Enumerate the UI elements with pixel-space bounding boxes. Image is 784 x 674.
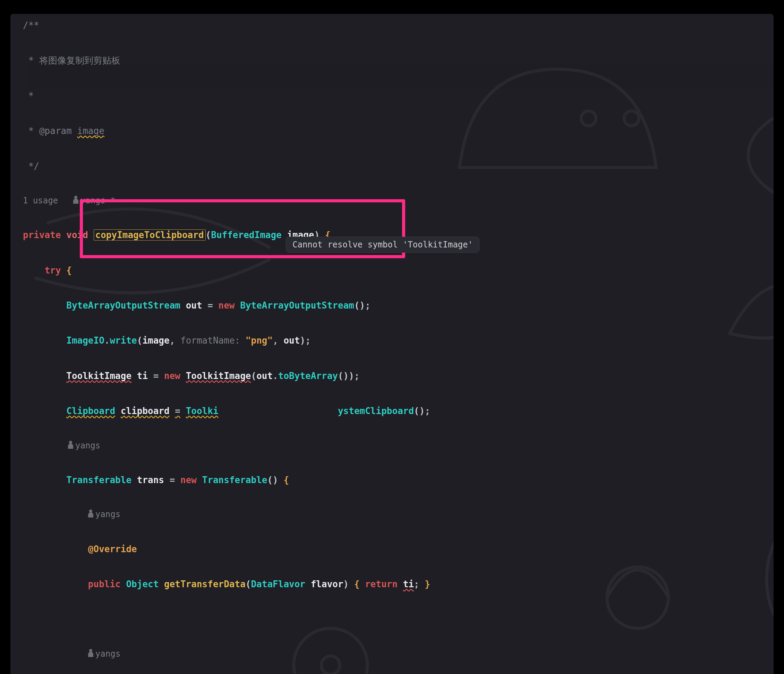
tail2: Clipboard — [365, 406, 414, 416]
kw-new: new — [164, 371, 180, 381]
author-name[interactable]: yangs — [95, 510, 120, 519]
method-name: getTransferData — [164, 579, 246, 589]
op: = — [207, 300, 213, 310]
ctor: Transferable — [202, 475, 268, 485]
string-literal: "png" — [246, 335, 273, 346]
method-call: toByteArray — [278, 371, 338, 381]
var: clipboard — [121, 406, 170, 416]
error-tooltip: Cannot resolve symbol 'ToolkitImage' — [286, 237, 479, 253]
kw-public: public — [88, 579, 121, 589]
author-icon — [88, 512, 93, 518]
error-ref[interactable]: ti — [403, 579, 414, 589]
author-icon — [68, 443, 73, 449]
author-icon — [73, 198, 78, 204]
param-type: DataFlavor — [251, 579, 305, 589]
param-name: flavor — [311, 579, 344, 589]
error-ctor[interactable]: ToolkitImage — [186, 371, 251, 381]
usage-count[interactable]: 1 usage — [23, 196, 58, 206]
javadoc-blank: * — [23, 90, 34, 101]
method-call: write — [110, 335, 137, 346]
ret-type: Object — [126, 579, 159, 589]
code-editor[interactable]: Cannot resolve symbol 'ToolkitImage' /**… — [11, 14, 773, 674]
kw-void: void — [66, 230, 88, 240]
recv: out — [257, 371, 273, 381]
kw-private: private — [23, 230, 61, 240]
javadoc-line: * 将图像复制到剪贴板 — [23, 55, 120, 66]
javadoc-param-name: image — [77, 126, 104, 136]
param-hint: formatName: — [180, 335, 240, 346]
var: ti — [137, 371, 148, 381]
author-name[interactable]: yangs — [75, 441, 100, 451]
class-ref: ImageIO — [66, 335, 104, 346]
var: out — [186, 300, 202, 310]
type: Clipboard — [66, 406, 115, 416]
author-icon — [88, 652, 93, 657]
arg: image — [142, 335, 169, 346]
kw-return: return — [365, 579, 398, 589]
type: ByteArrayOutputStream — [66, 300, 180, 310]
javadoc-open: /** — [23, 20, 39, 31]
annotation: @Override — [88, 544, 137, 554]
op: = — [175, 406, 180, 416]
code-block[interactable]: /** * 将图像复制到剪贴板 * * @param image */ 1 us… — [11, 17, 773, 674]
author-name[interactable]: yangs * — [81, 196, 115, 206]
type: Transferable — [66, 475, 131, 485]
method-name[interactable]: copyImageToClipboard — [94, 229, 206, 240]
author-name[interactable]: yangs — [95, 649, 120, 659]
var: trans — [137, 475, 164, 485]
kw-new: new — [219, 300, 235, 310]
kw-try: try — [45, 265, 61, 276]
arg: out — [283, 335, 300, 346]
javadoc-close: */ — [23, 161, 39, 172]
javadoc-param-prefix: * @param — [23, 126, 77, 136]
error-type[interactable]: ToolkitImage — [66, 371, 131, 381]
class-ref-partial: Toolki — [186, 406, 219, 416]
tail: ystem — [338, 406, 365, 416]
param-type: BufferedImage — [211, 230, 282, 240]
ctor: ByteArrayOutputStream — [240, 300, 354, 310]
kw-new: new — [180, 475, 197, 485]
op: = — [153, 371, 159, 381]
tooltip-text: Cannot resolve symbol 'ToolkitImage' — [292, 240, 473, 250]
